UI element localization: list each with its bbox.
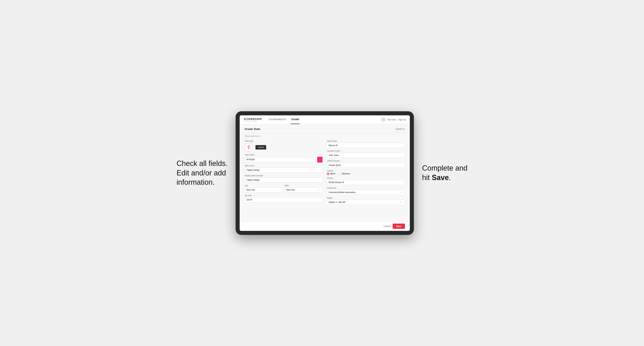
gender-mens-label: Mens [330, 173, 335, 175]
team-colour-label: Team colour [244, 154, 323, 156]
annotation-right-text: Complete andhit Save. [422, 164, 467, 182]
annotation-left-text: Check all fields.Edit and/or addinformat… [176, 159, 228, 186]
conference-group: Conference University Athletic Associati… [327, 187, 405, 195]
annotation-left: Check all fields.Edit and/or addinformat… [176, 159, 228, 187]
logo-area: C Upload [244, 143, 323, 152]
nav-user-area: Test User | Sign out [381, 117, 406, 122]
head-coach-label: Head Coach [327, 140, 405, 142]
zip-label: Zip code [244, 194, 323, 196]
team-name-group: Team name [244, 165, 323, 173]
conference-select[interactable]: University Athletic Association [327, 190, 405, 195]
athletic-director-input[interactable] [327, 163, 405, 168]
team-logo-group: Team logo C Upload [244, 140, 323, 152]
state-select-wrapper: New York ✕ ⌄ [284, 187, 323, 192]
state-label: State [284, 184, 323, 186]
state-select[interactable]: New York [284, 187, 323, 192]
gender-womens-radio[interactable] [338, 173, 341, 175]
division-label: Division [327, 177, 405, 179]
form-col-left: Team logo C Upload Team colour [244, 140, 323, 207]
nav-bar: SCOREBOARD Powered by clippit TOURNAMENT… [240, 115, 410, 124]
zip-input[interactable] [244, 197, 323, 202]
team-logo-label: Team logo [244, 140, 323, 142]
logo-circle: C [244, 143, 254, 152]
save-button[interactable]: Save [392, 224, 405, 229]
user-name: Test User | [387, 119, 397, 121]
asst-coach-input[interactable] [327, 153, 405, 158]
city-field: City [244, 184, 283, 192]
region-select-wrapper: Region II - (M) DIII ✕ ⌄ [327, 200, 405, 205]
gender-womens-label: Womens [342, 173, 350, 175]
tab-teams[interactable]: TEAMS [291, 115, 300, 124]
team-name-input[interactable] [244, 168, 323, 173]
form-header: Create Team Cancel ✕ [244, 128, 405, 131]
form-col-right: Head Coach Assistant Coach Athletic Dire… [327, 140, 405, 207]
conference-select-wrapper: University Athletic Association ✕ ⌄ [327, 190, 405, 195]
region-group: Region Region II - (M) DIII ✕ ⌄ [327, 197, 405, 205]
gender-mens-radio[interactable] [327, 173, 329, 175]
gender-group: Gender Mens Womens [327, 170, 405, 175]
nav-logo: SCOREBOARD Powered by clippit [244, 118, 262, 122]
city-state-group: City State New York [244, 184, 323, 192]
division-group: Division NCAA Division III ⌄ [327, 177, 405, 185]
form-columns: Team logo C Upload Team colour [244, 140, 405, 207]
gender-womens-option[interactable]: Womens [338, 173, 350, 175]
form-title: Create Team [244, 128, 260, 131]
gender-label: Gender [327, 170, 405, 172]
state-clear-icon[interactable]: ✕ [318, 189, 319, 191]
region-label: Region [327, 197, 405, 199]
cancel-button[interactable]: Cancel [384, 225, 390, 227]
city-label: City [244, 184, 283, 186]
gender-options: Mens Womens [327, 173, 405, 175]
close-icon: ✕ [403, 128, 405, 130]
conference-clear-icon[interactable]: ✕ [400, 191, 401, 193]
athletic-director-group: Athletic Director [327, 160, 405, 168]
head-coach-input[interactable] [327, 143, 405, 148]
state-field: State New York ✕ ⌄ [284, 184, 323, 192]
division-select[interactable]: NCAA Division III [327, 180, 405, 185]
asst-coach-label: Assistant Coach [327, 150, 405, 152]
division-select-wrapper: NCAA Division III ⌄ [327, 180, 405, 185]
nav-tabs: TOURNAMENTS TEAMS [268, 115, 381, 124]
save-bold: Save [432, 173, 449, 182]
form-container: Create Team Cancel ✕ TEAM DETAILS Team l… [240, 124, 410, 221]
zip-code-group: Zip code [244, 194, 323, 202]
display-name-label: Display name (unique) [244, 174, 323, 177]
annotation-right: Complete andhit Save. [422, 164, 467, 182]
display-name-group: Display name (unique) [244, 174, 323, 182]
head-coach-group: Head Coach [327, 140, 405, 148]
asst-coach-group: Assistant Coach [327, 150, 405, 158]
sign-out-link[interactable]: Sign out [398, 119, 406, 121]
logo-title: SCOREBOARD [244, 118, 262, 120]
logo-letter: C [248, 145, 250, 150]
city-state-row: City State New York [244, 184, 323, 192]
user-avatar [381, 117, 386, 122]
region-select[interactable]: Region II - (M) DIII [327, 200, 405, 205]
conference-label: Conference [327, 187, 405, 189]
tab-tournaments[interactable]: TOURNAMENTS [268, 115, 287, 124]
team-colour-group: Team colour [244, 154, 323, 163]
logo-sub: Powered by clippit [244, 120, 262, 122]
colour-swatch[interactable] [317, 157, 323, 163]
upload-button[interactable]: Upload [256, 145, 266, 150]
city-input[interactable] [244, 187, 283, 192]
form-cancel-header[interactable]: Cancel ✕ [396, 128, 405, 130]
gender-mens-option[interactable]: Mens [327, 173, 335, 175]
colour-input[interactable] [244, 157, 317, 162]
team-name-label: Team name [244, 165, 323, 167]
form-footer: Cancel Save [240, 221, 410, 231]
region-clear-icon[interactable]: ✕ [400, 201, 401, 203]
display-name-input[interactable] [244, 177, 323, 182]
colour-field-wrapper [244, 157, 323, 163]
tablet-screen: SCOREBOARD Powered by clippit TOURNAMENT… [240, 115, 410, 231]
tablet-device: SCOREBOARD Powered by clippit TOURNAMENT… [236, 111, 414, 235]
athletic-director-label: Athletic Director [327, 160, 405, 162]
section-label: TEAM DETAILS [244, 133, 405, 137]
